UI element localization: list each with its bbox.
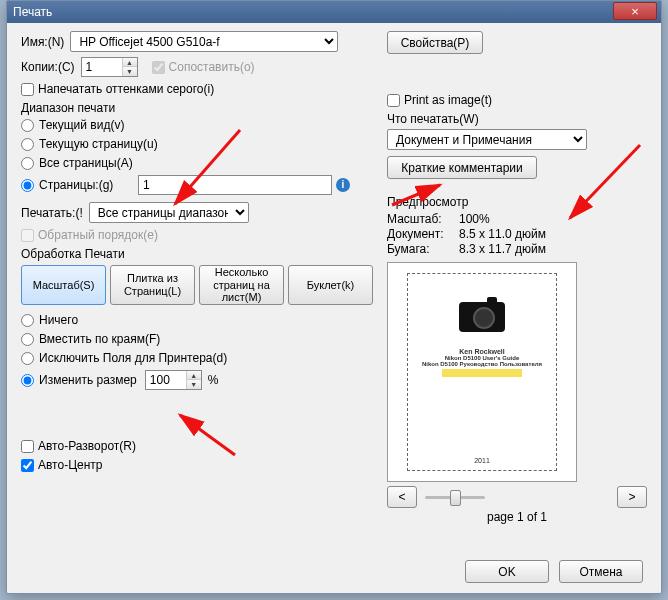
preview-doc-author: Ken Rockwell [459,348,505,355]
copies-spinner[interactable]: ▲▼ [81,57,138,77]
resize-unit: % [208,373,219,387]
auto-rotate-checkbox[interactable] [21,440,34,453]
preview-box: Ken Rockwell Nikon D5100 User's Guide Ni… [387,262,577,482]
radio-scale-exclude[interactable] [21,352,34,365]
preview-paper-v: 8.3 x 11.7 дюйм [459,242,546,256]
range-title: Диапазон печати [21,101,373,115]
print-dialog: Печать × Имя:(N) HP Officejet 4500 G510a… [6,0,662,594]
label-scale-fit: Вместить по краям(F) [39,332,160,346]
prev-page-button[interactable]: < [387,486,417,508]
label-current-page: Текущую страницу(u) [39,137,158,151]
zoom-slider[interactable] [425,496,485,499]
preview-doc-title-ru: Nikon D5100 Руководство Пользователя [422,361,542,367]
reverse-checkbox [21,229,34,242]
radio-scale-none[interactable] [21,314,34,327]
spin-down-icon[interactable]: ▼ [187,380,201,389]
radio-pages[interactable] [21,179,34,192]
what-print-label: Что печатать(W) [387,112,647,126]
radio-all-pages[interactable] [21,157,34,170]
grayscale-label: Напечатать оттенками серого(i) [38,82,214,96]
preview-paper-k: Бумага: [387,242,459,256]
next-page-button[interactable]: > [617,486,647,508]
close-button[interactable]: × [613,2,657,20]
page-indicator: page 1 of 1 [387,510,647,524]
collate-checkbox [152,61,165,74]
preview-doc-v: 8.5 x 11.0 дюйм [459,227,546,241]
what-print-select[interactable]: Документ и Примечания [387,129,587,150]
preview-scale-v: 100% [459,212,490,226]
copies-input[interactable] [82,58,122,76]
print-subset-select[interactable]: Все страницы диапазона [89,202,249,223]
grayscale-checkbox[interactable] [21,83,34,96]
auto-center-label: Авто-Центр [38,458,103,472]
radio-current-view[interactable] [21,119,34,132]
spin-up-icon[interactable]: ▲ [187,371,201,380]
radio-current-page[interactable] [21,138,34,151]
comments-button[interactable]: Краткие комментарии [387,156,537,179]
spin-up-icon[interactable]: ▲ [123,58,137,67]
handling-tile-button[interactable]: Плитка из Страниц(L) [110,265,195,305]
label-scale-resize: Изменить размер [39,373,137,387]
properties-button[interactable]: Свойства(P) [387,31,483,54]
radio-scale-fit[interactable] [21,333,34,346]
preview-title: Предпросмотр [387,195,647,209]
info-icon[interactable]: i [336,178,350,192]
print-subset-label: Печатать:(! [21,206,83,220]
print-as-image-checkbox[interactable] [387,94,400,107]
resize-spinner[interactable]: ▲▼ [145,370,202,390]
resize-input[interactable] [146,371,186,389]
camera-icon [459,302,505,332]
handling-booklet-button[interactable]: Буклет(k) [288,265,373,305]
cancel-button[interactable]: Отмена [559,560,643,583]
handling-title: Обработка Печати [21,247,373,261]
handling-scale-button[interactable]: Масштаб(S) [21,265,106,305]
preview-scale-k: Масштаб: [387,212,459,226]
highlight-bar [442,369,522,377]
auto-center-checkbox[interactable] [21,459,34,472]
close-icon: × [631,5,639,18]
window-title: Печать [13,5,613,19]
copies-label: Копии:(C) [21,60,75,74]
collate-label: Сопоставить(o) [169,60,255,74]
label-scale-none: Ничего [39,313,78,327]
preview-page: Ken Rockwell Nikon D5100 User's Guide Ni… [407,273,557,471]
label-all-pages: Все страницы(A) [39,156,133,170]
auto-rotate-label: Авто-Разворот(R) [38,439,136,453]
label-current-view: Текущий вид(v) [39,118,124,132]
titlebar[interactable]: Печать × [7,1,661,23]
ok-button[interactable]: OK [465,560,549,583]
pages-input[interactable] [138,175,332,195]
printer-name-label: Имя:(N) [21,35,64,49]
label-pages: Страницы:(g) [39,178,138,192]
radio-scale-resize[interactable] [21,374,34,387]
reverse-label: Обратный порядок(e) [38,228,158,242]
printer-select[interactable]: HP Officejet 4500 G510a-f [70,31,338,52]
spin-down-icon[interactable]: ▼ [123,67,137,76]
handling-multi-button[interactable]: Несколько страниц на лист(M) [199,265,284,305]
print-as-image-label: Print as image(t) [404,93,492,107]
preview-doc-year: 2011 [474,457,490,464]
label-scale-exclude: Исключить Поля для Принтера(d) [39,351,227,365]
preview-doc-k: Документ: [387,227,459,241]
